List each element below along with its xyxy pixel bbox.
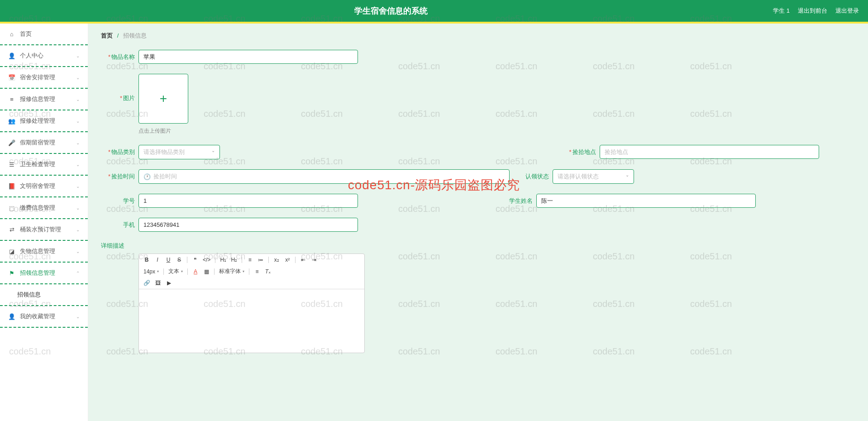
h1-button[interactable]: H₁ xyxy=(220,257,226,263)
sidebar-item-label: 个人中心 xyxy=(20,52,43,60)
sidebar-item-payment[interactable]: ⬚ 缴费信息管理 ⌄ xyxy=(0,197,88,219)
italic-button[interactable]: I xyxy=(154,257,161,263)
sidebar-item-claim-info[interactable]: 招领信息 xyxy=(0,284,88,306)
strikethrough-button[interactable]: S xyxy=(176,257,182,263)
sidebar-item-label: 文明宿舍管理 xyxy=(20,182,55,190)
sidebar-item-dorm-assign[interactable]: 📅 宿舍安排管理 ⌄ xyxy=(0,67,88,89)
chevron-down-icon: ⌄ xyxy=(76,249,80,254)
h2-button[interactable]: H₂ xyxy=(231,257,237,263)
video-button[interactable]: ▶ xyxy=(166,280,172,286)
sidebar-item-claim[interactable]: ⚑ 招领信息管理 ⌃ xyxy=(0,263,88,284)
editor-toolbar: B I U S ❝ </> H₁ H₂ ≡ ≔ xyxy=(139,254,364,289)
location-input[interactable] xyxy=(600,145,819,159)
sidebar-item-label: 招领信息管理 xyxy=(20,269,55,277)
clock-icon: 🕐 xyxy=(143,173,151,180)
student-name-input[interactable] xyxy=(536,194,756,208)
sidebar-item-label: 桶装水预订管理 xyxy=(20,225,61,234)
upload-hint: 点击上传图片 xyxy=(138,127,188,135)
check-icon: ☰ xyxy=(8,161,15,168)
text-type-select[interactable]: 文本▾ xyxy=(168,268,183,275)
plus-icon: + xyxy=(160,91,167,106)
breadcrumb-separator: / xyxy=(117,32,119,39)
logout-link[interactable]: 退出登录 xyxy=(835,7,859,15)
main-content: 首页 / 招领信息 *物品名称 *图片 + 点击上传图片 xyxy=(88,24,868,421)
category-label: *物品类别 xyxy=(101,148,135,156)
link-button[interactable]: 🔗 xyxy=(143,280,150,286)
font-size-select[interactable]: 14px▾ xyxy=(143,268,159,275)
header: 学生宿舍信息的系统 学生 1 退出到前台 退出登录 xyxy=(0,0,868,22)
phone-label: 手机 xyxy=(101,221,135,229)
font-family-select[interactable]: 标准字体▾ xyxy=(219,268,244,275)
list-icon: ≡ xyxy=(8,96,15,103)
student-name-label: 学生姓名 xyxy=(499,197,533,205)
sidebar-item-water[interactable]: ⇄ 桶装水预订管理 ⌄ xyxy=(0,219,88,241)
status-select[interactable]: 请选择认领状态 ⌄ xyxy=(553,169,634,184)
subscript-button[interactable]: x₂ xyxy=(273,257,280,263)
scan-icon: ⬚ xyxy=(8,204,15,211)
image-button[interactable]: 🖼 xyxy=(155,280,161,286)
sidebar-item-home[interactable]: ⌂ 首页 xyxy=(0,24,88,45)
clear-format-button[interactable]: Tₓ xyxy=(265,268,271,275)
outdent-button[interactable]: ⇥ xyxy=(311,257,317,263)
chevron-down-icon: ⌄ xyxy=(76,97,80,102)
image-upload-box[interactable]: + xyxy=(138,74,188,124)
chevron-down-icon: ⌄ xyxy=(76,162,80,167)
sidebar-item-repair-info[interactable]: ≡ 报修信息管理 ⌄ xyxy=(0,89,88,110)
sidebar-item-label: 宿舍安排管理 xyxy=(20,73,55,81)
underline-button[interactable]: U xyxy=(165,257,172,263)
font-color-button[interactable]: A xyxy=(192,268,199,275)
align-button[interactable]: ≡ xyxy=(254,268,260,275)
sidebar-item-label: 假期留宿管理 xyxy=(20,139,55,147)
chevron-down-icon: ⌄ xyxy=(76,53,80,58)
app-title: 学生宿舍信息的系统 xyxy=(9,5,773,16)
flag-icon: ⚑ xyxy=(8,269,15,277)
chevron-up-icon: ⌃ xyxy=(76,271,80,276)
user-icon: 👤 xyxy=(8,52,15,59)
chevron-down-icon: ⌄ xyxy=(76,314,80,319)
sidebar-item-holiday-stay[interactable]: 🎤 假期留宿管理 ⌄ xyxy=(0,132,88,154)
location-label: *捡拾地点 xyxy=(562,148,596,156)
person-icon: 👥 xyxy=(8,117,15,124)
sidebar-item-label: 缴费信息管理 xyxy=(20,204,55,212)
user-label[interactable]: 学生 1 xyxy=(773,7,790,15)
mic-icon: 🎤 xyxy=(8,139,15,146)
breadcrumb: 首页 / 招领信息 xyxy=(101,32,855,40)
student-id-input[interactable] xyxy=(138,194,358,208)
chevron-down-icon: ⌄ xyxy=(76,227,80,232)
bold-button[interactable]: B xyxy=(143,257,150,263)
editor-body[interactable] xyxy=(139,289,364,353)
sidebar-item-civilized[interactable]: 📕 文明宿舍管理 ⌄ xyxy=(0,176,88,197)
sidebar-item-repair-process[interactable]: 👥 报修处理管理 ⌄ xyxy=(0,110,88,132)
item-name-label: *物品名称 xyxy=(101,53,135,61)
sidebar-item-lost[interactable]: ◪ 失物信息管理 ⌄ xyxy=(0,241,88,263)
chevron-down-icon: ⌄ xyxy=(76,75,80,80)
sidebar-item-label: 首页 xyxy=(20,30,32,38)
header-actions: 学生 1 退出到前台 退出登录 xyxy=(773,7,859,15)
ul-button[interactable]: ≡ xyxy=(247,257,253,263)
sidebar: ⌂ 首页 👤 个人中心 ⌄ 📅 宿舍安排管理 ⌄ ≡ 报修信息管理 ⌄ 👥 报修… xyxy=(0,24,88,421)
sidebar-item-profile[interactable]: 👤 个人中心 ⌄ xyxy=(0,45,88,67)
sidebar-item-favorites[interactable]: 👤 我的收藏管理 ⌄ xyxy=(0,306,88,328)
adjust-icon: ⇄ xyxy=(8,226,15,233)
code-button[interactable]: </> xyxy=(203,257,210,263)
student-id-label: 学号 xyxy=(101,197,135,205)
phone-input[interactable] xyxy=(138,218,358,232)
item-name-input[interactable] xyxy=(138,50,358,64)
superscript-button[interactable]: x² xyxy=(284,257,291,263)
breadcrumb-home[interactable]: 首页 xyxy=(101,32,113,39)
bg-color-button[interactable]: ▦ xyxy=(203,268,210,275)
sidebar-item-label: 卫生检查管理 xyxy=(20,160,55,168)
chevron-down-icon: ⌄ xyxy=(76,184,80,189)
quote-button[interactable]: ❝ xyxy=(192,257,198,263)
category-select[interactable]: 请选择物品类别 ⌄ xyxy=(138,145,220,159)
book-icon: 📕 xyxy=(8,182,15,190)
sidebar-item-label: 报修处理管理 xyxy=(20,117,55,125)
back-to-front-link[interactable]: 退出到前台 xyxy=(798,7,827,15)
sidebar-item-hygiene[interactable]: ☰ 卫生检查管理 ⌄ xyxy=(0,154,88,176)
time-picker[interactable]: 🕐 捡拾时间 xyxy=(138,169,510,184)
ol-button[interactable]: ≔ xyxy=(258,257,264,263)
sidebar-item-label: 招领信息 xyxy=(17,291,41,299)
image-label: *图片 xyxy=(101,94,135,102)
indent-button[interactable]: ⇤ xyxy=(300,257,306,263)
desc-label: 详细描述 xyxy=(101,242,124,250)
